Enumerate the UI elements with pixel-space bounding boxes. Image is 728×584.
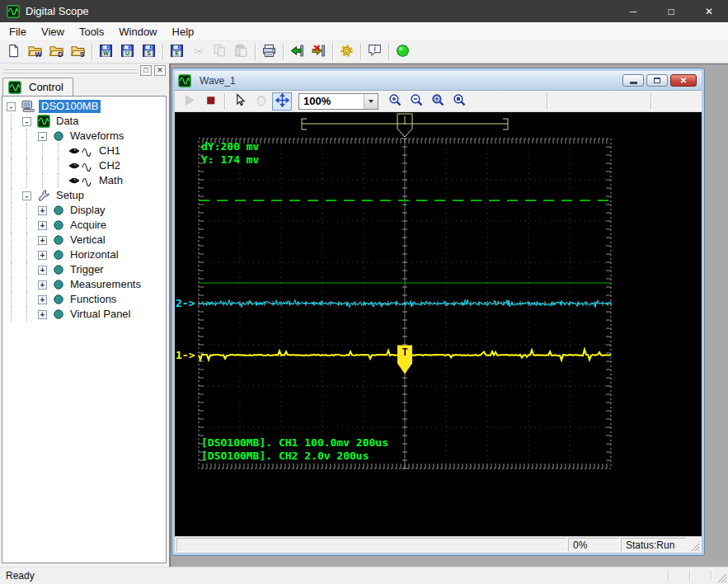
menu-view[interactable]: View [34,23,72,40]
dock-close-button[interactable]: ✕ [154,65,166,76]
tree-item-label[interactable]: Setup [54,189,87,202]
open-waveform-button[interactable]: W [25,42,45,62]
stop-button[interactable] [200,92,220,111]
zoom-out-button[interactable] [406,92,426,111]
tree-item-label[interactable]: DSO100MB [39,100,101,113]
tree-item-setup[interactable]: -Setup [2,188,166,203]
save-utility-button[interactable]: U [117,42,138,62]
wave-close-button[interactable]: ✕ [670,74,697,87]
tree-item-label[interactable]: Measurements [68,278,143,291]
close-button[interactable]: ✕ [690,0,728,22]
tree-guide [6,144,21,158]
tree-item-label[interactable]: Math [96,174,125,187]
dock-grip[interactable] [3,68,138,73]
cut-button[interactable]: ✂ [188,42,209,62]
menu-window[interactable]: Window [111,23,164,40]
tree-item-functions[interactable]: +Functions [2,292,166,307]
wave-resize-grip[interactable] [688,538,700,552]
zoom-in-button[interactable] [385,92,405,111]
tree-expand-plus[interactable]: + [38,280,47,290]
tree-guide [6,173,21,188]
print-button[interactable] [259,42,279,62]
tree-item-label[interactable]: CH1 [96,144,123,158]
menu-help[interactable]: Help [165,23,202,40]
tree-guide [6,129,21,144]
tree-item-label[interactable]: CH2 [96,159,123,172]
tree-expand-plus[interactable]: + [38,266,47,275]
zoom-fit-button[interactable] [428,92,448,111]
tree-expand-plus[interactable]: + [38,295,47,304]
tree-item-ch2[interactable]: CH2 [2,158,166,173]
tree-item-trigger[interactable]: +Trigger [2,262,166,277]
tree-item-ch1[interactable]: CH1 [2,144,166,158]
help-button[interactable]: i [364,42,385,62]
run-led-button[interactable] [392,42,413,62]
paste-button[interactable] [231,42,251,62]
tree-item-label[interactable]: Acquire [68,219,109,232]
dot-icon [53,308,64,320]
tree-item-label[interactable]: Waveforms [68,130,126,143]
connect-icon [290,44,304,60]
tree-item-horizontal[interactable]: +Horizontal [2,247,166,262]
connect-button[interactable] [287,42,308,62]
disconnect-button[interactable] [308,42,329,62]
tree-guide [21,218,37,233]
tree-item-label[interactable]: Horizontal [68,248,121,261]
tree-expand-plus[interactable]: + [38,251,47,260]
tree-expand-plus[interactable]: + [38,206,47,215]
menu-file[interactable]: File [2,23,34,40]
wave-titlebar[interactable]: Wave_1 ✕ [175,71,702,91]
tree-expand-minus[interactable]: - [7,102,16,111]
tree-item-label[interactable]: Vertical [68,233,108,247]
tree-item-dso100mb[interactable]: -DSO100MB [2,99,166,114]
maximize-button[interactable]: □ [652,0,690,22]
tree-item-measurements[interactable]: +Measurements [2,277,166,292]
tree-item-vertical[interactable]: +Vertical [2,233,166,247]
combo-dropdown-button[interactable] [364,94,378,109]
new-button[interactable] [3,42,24,62]
open-data-button[interactable]: D [46,42,67,62]
open-setup-button[interactable]: S [68,42,88,62]
dock-maximize-button[interactable]: □ [140,65,152,76]
zoom-level-combo[interactable]: 100% [298,93,378,110]
play-button[interactable] [179,92,199,111]
wave-status-empty-panel [176,538,566,552]
tab-control[interactable]: Control [2,78,73,96]
scope-display[interactable]: T2->1->dY:200 mvY: 174 mv[DSO100MB]. CH1… [175,112,702,536]
tree-guide [21,233,37,247]
tree-item-label[interactable]: Virtual Panel [68,308,133,321]
tree-item-label[interactable]: Trigger [68,263,106,276]
tree-expand-minus[interactable]: - [22,191,31,200]
tree-expand-minus[interactable]: - [22,117,31,126]
tree-item-data[interactable]: -Data [2,114,166,129]
move-view-button[interactable] [272,92,292,111]
save-setup-button[interactable]: S [139,42,159,62]
tree-item-math[interactable]: Math [2,173,166,188]
tree-expand-plus[interactable]: + [38,236,47,245]
tab-row: Control [0,78,169,96]
resize-grip[interactable] [717,573,727,583]
tree-expand-minus[interactable]: - [38,132,47,141]
tree-item-virtual-panel[interactable]: +Virtual Panel [2,307,166,322]
tree-item-label[interactable]: Data [54,115,81,128]
save-waveform-button[interactable]: W [96,42,116,62]
wave-minimize-button[interactable] [622,74,644,87]
wave-restore-button[interactable] [646,74,668,87]
zoom-select-button[interactable] [449,92,469,111]
copy-button[interactable] [209,42,230,62]
settings-button[interactable] [336,42,357,62]
tree-expand-plus[interactable]: + [38,221,47,230]
toolbar-separator [360,44,361,60]
tree-item-acquire[interactable]: +Acquire [2,218,166,233]
tree-expand-plus[interactable]: + [38,310,47,319]
menu-tools[interactable]: Tools [72,23,111,40]
tree-item-waveforms[interactable]: -Waveforms [2,129,166,144]
minimize-button[interactable]: ─ [614,0,652,22]
tree-item-display[interactable]: +Display [2,203,166,218]
select-cursor-button[interactable] [229,92,249,111]
save-setup-icon: S [142,44,156,60]
save-export-button[interactable]: E [167,42,187,62]
pan-hand-button[interactable] [251,92,270,111]
tree-item-label[interactable]: Functions [68,293,119,306]
tree-item-label[interactable]: Display [68,204,108,217]
